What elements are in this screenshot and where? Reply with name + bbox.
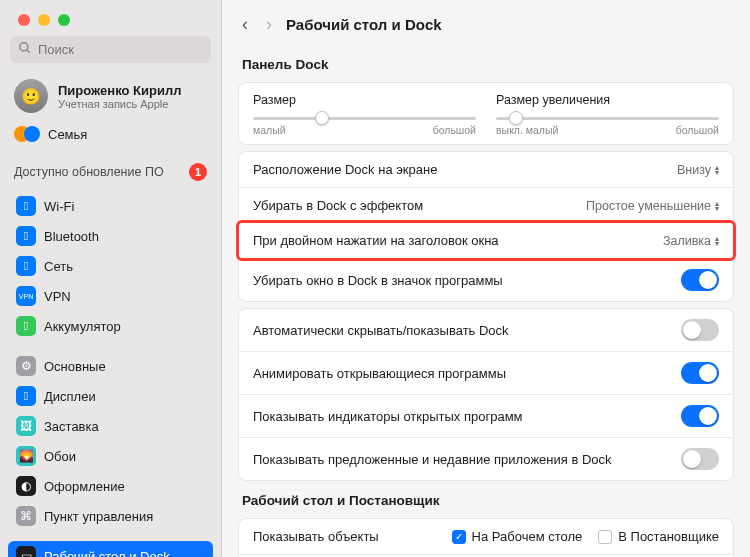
checkbox-on-desktop[interactable]: ✓На Рабочем столе <box>452 529 583 544</box>
sidebar-item-6[interactable]: 􀢹Дисплеи <box>8 381 213 411</box>
setting-row: Анимировать открывающиеся программы <box>239 351 733 394</box>
magnification-label: Размер увеличения <box>496 93 719 107</box>
setting-row: Показывать предложенные и недавние прило… <box>239 437 733 480</box>
nav-arrows: ‹ › <box>242 14 272 35</box>
setting-label: Показывать индикаторы открытых программ <box>253 409 523 424</box>
show-objects-label: Показывать объекты <box>253 529 379 544</box>
sidebar-icon: 􀢹 <box>16 386 36 406</box>
sidebar-icon: 􀖀 <box>16 226 36 246</box>
main-content: ‹ › Рабочий стол и Dock Панель Dock Разм… <box>222 0 750 557</box>
sidebar-label: Аккумулятор <box>44 319 121 334</box>
setting-toggle[interactable] <box>681 319 719 341</box>
setting-row: Расположение Dock на экранеВнизу▴▾ <box>239 152 733 187</box>
sidebar-icon: VPN <box>16 286 36 306</box>
sidebar-icon: ◐ <box>16 476 36 496</box>
setting-toggle[interactable] <box>681 362 719 384</box>
setting-toggle[interactable] <box>681 269 719 291</box>
search-field[interactable] <box>10 36 211 63</box>
setting-label: Расположение Dock на экране <box>253 162 437 177</box>
sidebar-icon: 􀙇 <box>16 196 36 216</box>
svg-line-1 <box>27 50 30 53</box>
family-label: Семья <box>48 127 87 142</box>
sidebar-label: VPN <box>44 289 71 304</box>
setting-row: Убирать в Dock с эффектомПростое уменьше… <box>239 187 733 223</box>
family-icon <box>14 123 40 145</box>
sidebar-label: Рабочий стол и Dock <box>44 549 170 558</box>
setting-select[interactable]: Заливка▴▾ <box>663 234 719 248</box>
sidebar-item-11[interactable]: ▭Рабочий стол и Dock <box>8 541 213 557</box>
svg-point-0 <box>20 43 28 51</box>
setting-row: Показывать индикаторы открытых программ <box>239 394 733 437</box>
sidebar-icon: 🌄 <box>16 446 36 466</box>
sidebar-label: Wi-Fi <box>44 199 74 214</box>
sidebar-label: Дисплеи <box>44 389 96 404</box>
magnification-slider[interactable] <box>496 117 719 120</box>
sidebar-item-7[interactable]: 🖼Заставка <box>8 411 213 441</box>
setting-row: Убирать окно в Dock в значок программы <box>239 258 733 301</box>
sidebar-icon: 􀤆 <box>16 256 36 276</box>
sidebar-item-3[interactable]: VPNVPN <box>8 281 213 311</box>
setting-label: Анимировать открывающиеся программы <box>253 366 506 381</box>
sidebar-icon: 􀛨 <box>16 316 36 336</box>
sidebar-item-0[interactable]: 􀙇Wi-Fi <box>8 191 213 221</box>
setting-toggle[interactable] <box>681 405 719 427</box>
sidebar-label: Сеть <box>44 259 73 274</box>
sidebar-icon: 🖼 <box>16 416 36 436</box>
setting-label: Убирать в Dock с эффектом <box>253 198 423 213</box>
update-label: Доступно обновление ПО <box>14 165 164 179</box>
sidebar-label: Bluetooth <box>44 229 99 244</box>
window-controls <box>0 0 221 36</box>
apple-id-row[interactable]: 🙂 Пироженко Кирилл Учетная запись Apple <box>0 73 221 119</box>
minimize-window[interactable] <box>38 14 50 26</box>
sidebar-label: Обои <box>44 449 76 464</box>
size-slider[interactable] <box>253 117 476 120</box>
checkbox-in-stage-manager[interactable]: В Постановщике <box>598 529 719 544</box>
sidebar-item-10[interactable]: ⌘Пункт управления <box>8 501 213 531</box>
sidebar-label: Оформление <box>44 479 125 494</box>
family-row[interactable]: Семья <box>0 119 221 155</box>
section-desktop-stage: Рабочий стол и Постановщик <box>222 487 750 512</box>
nav-forward: › <box>266 14 272 35</box>
nav-back[interactable]: ‹ <box>242 14 248 35</box>
setting-label: При двойном нажатии на заголовок окна <box>253 233 499 248</box>
sidebar-item-4[interactable]: 􀛨Аккумулятор <box>8 311 213 341</box>
setting-select[interactable]: Внизу▴▾ <box>677 163 719 177</box>
sidebar-label: Основные <box>44 359 106 374</box>
sidebar-icon: ▭ <box>16 546 36 557</box>
setting-row: Автоматически скрывать/показывать Dock <box>239 309 733 351</box>
page-title: Рабочий стол и Dock <box>286 16 442 33</box>
section-dock-panel: Панель Dock <box>222 51 750 76</box>
setting-row: При двойном нажатии на заголовок окнаЗал… <box>236 220 736 261</box>
sidebar-item-5[interactable]: ⚙Основные <box>8 351 213 381</box>
sidebar-icon: ⚙ <box>16 356 36 376</box>
software-update-row[interactable]: Доступно обновление ПО 1 <box>0 155 221 189</box>
profile-name: Пироженко Кирилл <box>58 83 181 98</box>
close-window[interactable] <box>18 14 30 26</box>
sidebar-item-8[interactable]: 🌄Обои <box>8 441 213 471</box>
setting-label: Показывать предложенные и недавние прило… <box>253 452 612 467</box>
setting-toggle[interactable] <box>681 448 719 470</box>
avatar: 🙂 <box>14 79 48 113</box>
maximize-window[interactable] <box>58 14 70 26</box>
sidebar-item-2[interactable]: 􀤆Сеть <box>8 251 213 281</box>
update-badge: 1 <box>189 163 207 181</box>
search-input[interactable] <box>38 42 203 57</box>
setting-select[interactable]: Простое уменьшение▴▾ <box>586 199 719 213</box>
sidebar-label: Пункт управления <box>44 509 153 524</box>
size-label: Размер <box>253 93 476 107</box>
profile-sub: Учетная запись Apple <box>58 98 181 110</box>
search-icon <box>18 41 32 58</box>
sidebar-icon: ⌘ <box>16 506 36 526</box>
sidebar-list: 􀙇Wi-Fi􀖀Bluetooth􀤆СетьVPNVPN􀛨Аккумулятор⚙… <box>0 189 221 557</box>
sidebar-label: Заставка <box>44 419 99 434</box>
sidebar-item-1[interactable]: 􀖀Bluetooth <box>8 221 213 251</box>
sidebar-item-9[interactable]: ◐Оформление <box>8 471 213 501</box>
setting-label: Автоматически скрывать/показывать Dock <box>253 323 509 338</box>
setting-label: Убирать окно в Dock в значок программы <box>253 273 503 288</box>
